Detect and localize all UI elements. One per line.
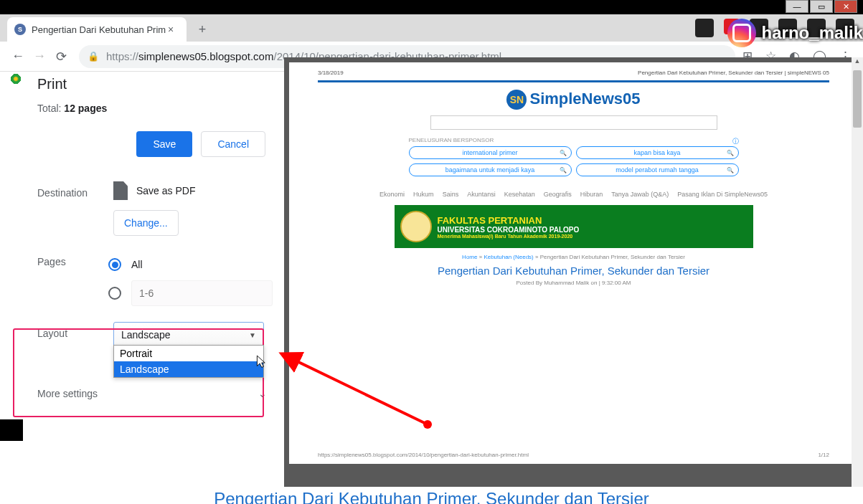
preview-banner: FAKULTAS PERTANIAN UNIVERSITAS COKROAMIN…: [395, 205, 753, 248]
preview-page-indicator: 1/12: [818, 452, 829, 458]
cancel-button[interactable]: Cancel: [201, 131, 265, 157]
preview-rule: [318, 80, 829, 82]
more-settings-toggle[interactable]: More settings ⌄: [37, 388, 273, 399]
pages-range-radio[interactable]: [108, 287, 121, 300]
preview-article-title: Pengertian Dari Kebutuhan Primer, Sekund…: [318, 265, 829, 277]
sponsor-pill: kapan bisa kaya: [576, 146, 739, 159]
preview-search-box: [430, 115, 717, 130]
preview-scrollbar[interactable]: ▲ ▼: [852, 57, 863, 504]
watermark-text: harno_malik: [762, 23, 863, 43]
print-dialog: Print Total: 12 pages Save Cancel Destin…: [23, 57, 284, 504]
taskbar-app-icon: [695, 19, 714, 37]
preview-breadcrumb: Home » Kebutuhan (Needs) » Pengertian Da…: [318, 254, 829, 260]
preview-meta: Posted By Muhammad Malik on | 9:32:00 AM: [318, 280, 829, 286]
instagram-icon: [727, 19, 756, 47]
pages-range-input[interactable]: [131, 280, 273, 306]
change-destination-button[interactable]: Change...: [113, 210, 179, 236]
browser-tab[interactable]: S Pengertian Dari Kebutuhan Prim ×: [7, 17, 187, 42]
background-strip: [0, 419, 23, 441]
sponsor-pill: model perabot rumah tangga: [576, 163, 739, 176]
pages-all-radio[interactable]: [108, 258, 121, 271]
logo-icon: SN: [506, 90, 527, 110]
layout-option-portrait[interactable]: Portrait: [114, 346, 263, 361]
pages-all-label: All: [131, 259, 143, 270]
save-button[interactable]: Save: [136, 131, 192, 157]
print-preview-panel: 3/18/2019 Pengertian Dari Kebutuhan Prim…: [284, 57, 863, 504]
layout-selected: Landscape: [121, 329, 171, 341]
page-content-peek: Pengertian Dari Kebutuhan Primer, Sekund…: [0, 487, 863, 504]
layout-label: Layout: [37, 322, 113, 339]
scrollbar-thumb[interactable]: [853, 70, 862, 128]
window-titlebar: — ▭ ✕: [0, 0, 863, 14]
destination-label: Destination: [37, 181, 113, 199]
print-title: Print: [37, 76, 273, 92]
tab-close-button[interactable]: ×: [168, 24, 179, 35]
sponsor-label: PENELUSURAN BERSPONSOR: [409, 137, 739, 143]
layout-option-landscape[interactable]: Landscape: [114, 361, 263, 377]
chevron-down-icon: ⌄: [258, 388, 267, 399]
window-maximize-button[interactable]: ▭: [810, 0, 833, 13]
instagram-watermark: harno_malik: [727, 19, 863, 47]
bookmark-item[interactable]: [10, 74, 22, 84]
preview-footer-url: https://simplenews05.blogspot.com/2014/1…: [318, 452, 529, 458]
print-total: Total: 12 pages: [37, 103, 273, 114]
sponsor-pill: international primer: [409, 146, 572, 159]
layout-select[interactable]: Landscape ▼: [113, 322, 264, 348]
layout-dropdown: Portrait Landscape: [113, 345, 264, 378]
preview-date: 3/18/2019: [318, 70, 344, 76]
tab-title: Pengertian Dari Kebutuhan Prim: [32, 24, 168, 35]
chevron-down-icon: ▼: [249, 331, 256, 339]
destination-value: Save as PDF: [136, 185, 195, 196]
pdf-icon: [113, 181, 128, 200]
favicon-icon: S: [14, 24, 26, 35]
seal-icon: [400, 211, 432, 242]
scroll-up-icon[interactable]: ▲: [852, 57, 863, 69]
window-minimize-button[interactable]: —: [786, 0, 808, 13]
preview-nav: EkonomiHukumSainsAkuntansiKesehatanGeogr…: [318, 191, 829, 198]
sponsor-pill: bagaimana untuk menjadi kaya: [409, 163, 572, 176]
new-tab-button[interactable]: +: [192, 19, 212, 39]
window-close-button[interactable]: ✕: [834, 0, 857, 13]
pages-label: Pages: [37, 250, 108, 267]
preview-logo: SNSimpleNews05: [318, 90, 829, 110]
preview-page: 3/18/2019 Pengertian Dari Kebutuhan Prim…: [289, 62, 858, 464]
preview-header-title: Pengertian Dari Kebutuhan Primer, Sekund…: [638, 70, 829, 76]
